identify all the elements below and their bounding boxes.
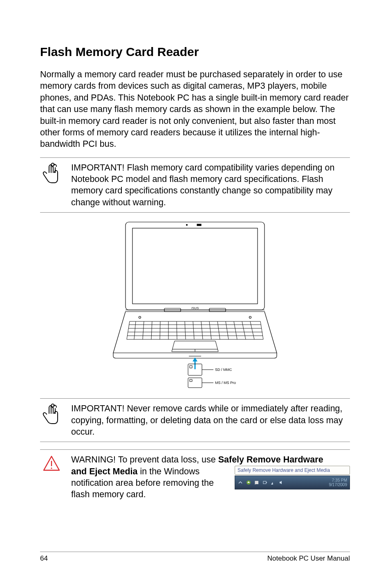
tray-clock: 7:35 PM 9/17/2009 (329, 478, 347, 487)
important-note-2: IMPORTANT! Never remove cards while or i… (40, 398, 350, 442)
svg-line-19 (185, 321, 186, 339)
tray-eject-icon (246, 480, 251, 485)
svg-marker-37 (190, 379, 192, 382)
svg-line-26 (242, 321, 246, 339)
warning-bold-2: and Eject Media (71, 467, 138, 476)
svg-text:/SUS: /SUS (191, 306, 199, 310)
tray-tooltip-screenshot: Safely Remove Hardware and Eject Media (235, 466, 350, 489)
warning-note: WARNING! To prevent data loss, use Safel… (40, 449, 350, 500)
svg-point-2 (186, 224, 188, 226)
note1-text: IMPORTANT! Flash memory card compatibili… (71, 162, 350, 209)
svg-point-6 (139, 316, 141, 319)
tooltip-label: Safely Remove Hardware and Eject Media (235, 466, 350, 475)
sd-label: SD / MMC (215, 368, 232, 372)
svg-point-40 (51, 468, 52, 469)
warning-prefix: WARNING! To prevent data loss, use (71, 455, 218, 465)
svg-point-7 (249, 316, 251, 319)
svg-rect-42 (255, 481, 258, 484)
svg-line-20 (193, 321, 194, 339)
svg-line-13 (134, 321, 136, 339)
warning-bold: Safely Remove Hardware (218, 455, 323, 465)
svg-rect-1 (132, 228, 258, 304)
ms-label: MS / MS Pro (215, 381, 236, 385)
warning-text-rest: and Eject Media in the Windows notificat… (71, 466, 229, 500)
tray-chevron-icon (238, 480, 243, 485)
svg-line-16 (160, 321, 160, 339)
manual-title: Notebook PC User Manual (267, 554, 350, 563)
svg-line-18 (177, 321, 177, 339)
warning-text-line1: WARNING! To prevent data loss, use Safel… (71, 454, 350, 465)
svg-line-24 (226, 321, 229, 339)
svg-rect-0 (126, 222, 264, 310)
svg-rect-44 (263, 481, 266, 484)
section-heading: Flash Memory Card Reader (40, 45, 350, 59)
hand-icon (40, 403, 63, 425)
intro-paragraph: Normally a memory card reader must be pu… (40, 69, 350, 150)
hand-icon (40, 162, 63, 184)
svg-line-25 (234, 321, 237, 339)
svg-line-15 (151, 321, 152, 339)
svg-rect-45 (266, 482, 267, 483)
svg-line-27 (250, 321, 254, 339)
svg-rect-3 (197, 224, 201, 226)
laptop-illustration: /SUS (40, 220, 350, 392)
warning-icon (40, 454, 63, 474)
svg-marker-34 (190, 366, 192, 368)
taskbar: 7:35 PM 9/17/2009 (235, 476, 350, 489)
tray-time: 7:35 PM (329, 478, 347, 483)
svg-line-22 (209, 321, 211, 339)
tray-volume-icon (278, 480, 284, 485)
tray-network-icon (270, 480, 276, 485)
important-note-1: IMPORTANT! Flash memory card compatibili… (40, 157, 350, 213)
svg-line-14 (143, 321, 144, 339)
note2-text: IMPORTANT! Never remove cards while or i… (71, 403, 350, 438)
svg-line-23 (217, 321, 220, 339)
tray-date: 9/17/2009 (329, 483, 347, 487)
tray-battery-icon (262, 480, 268, 485)
page-footer: 64 Notebook PC User Manual (40, 552, 350, 563)
tray-flag-icon (254, 480, 260, 485)
svg-line-21 (201, 321, 203, 339)
page-number: 64 (40, 554, 48, 563)
